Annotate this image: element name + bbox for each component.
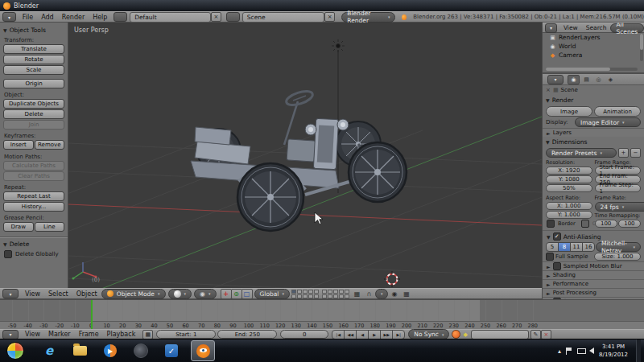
- outliner-menu-view[interactable]: View: [559, 24, 582, 31]
- viewport-shading-select[interactable]: ▾: [168, 289, 192, 299]
- auto-keyframe-record-button[interactable]: [452, 330, 460, 339]
- remove-keyframe-button[interactable]: Remove: [35, 140, 65, 150]
- action-center-flag-icon[interactable]: [566, 348, 572, 355]
- delete-button[interactable]: Delete: [3, 109, 64, 119]
- resolution-y-field[interactable]: Y: 1080: [546, 175, 592, 183]
- start-button[interactable]: [6, 342, 24, 360]
- pin-icon[interactable]: ×: [546, 87, 551, 93]
- timeline-editor-type-icon[interactable]: ▾: [2, 330, 19, 339]
- end-frame-field[interactable]: End: 250: [217, 330, 277, 339]
- layer-toggle[interactable]: [308, 294, 313, 298]
- pivot-point-select[interactable]: ◉▾: [194, 289, 217, 299]
- outliner-item-world[interactable]: ◉World: [543, 42, 644, 51]
- render-engine-select[interactable]: Blender Render▾: [341, 12, 395, 23]
- menu-file[interactable]: File: [19, 14, 37, 21]
- scene-unlink-button[interactable]: ×: [324, 12, 335, 22]
- taskbar-blender-active[interactable]: [191, 340, 215, 361]
- preset-add-button[interactable]: +: [618, 148, 629, 158]
- aa-samples-11[interactable]: 11: [570, 242, 583, 252]
- manipulator-translate-button[interactable]: +: [221, 289, 232, 299]
- interaction-mode-select[interactable]: Object Mode▾: [101, 289, 166, 299]
- timeline-band[interactable]: [0, 300, 644, 321]
- history-button[interactable]: History...: [3, 202, 64, 212]
- render-panel-header[interactable]: ▼ Render: [546, 97, 641, 104]
- grease-line-button[interactable]: Line: [35, 222, 65, 232]
- render-presets-select[interactable]: Render Presets▾: [546, 148, 617, 158]
- window-titlebar[interactable]: Blender: [0, 0, 644, 11]
- keying-set-field[interactable]: [471, 330, 529, 339]
- layer-toggle[interactable]: [328, 290, 332, 294]
- properties-tab-scene[interactable]: ▤: [581, 76, 592, 84]
- current-frame-indicator[interactable]: [91, 300, 93, 329]
- taskbar-media-player[interactable]: ▶: [99, 341, 122, 360]
- sampled-motion-blur-panel-header[interactable]: ► ✓ Sampled Motion Blur: [543, 261, 644, 270]
- menu-add[interactable]: Add: [37, 14, 58, 21]
- manipulator-scale-button[interactable]: □: [242, 289, 253, 299]
- layer-toggle[interactable]: [333, 294, 338, 298]
- layer-toggle[interactable]: [314, 294, 319, 298]
- screen-layout-icon[interactable]: [114, 12, 127, 22]
- viewport-menu-view[interactable]: View: [21, 290, 44, 298]
- layer-toggle[interactable]: [303, 290, 308, 294]
- timeline-menu-view[interactable]: View: [21, 331, 44, 338]
- scene-select[interactable]: Scene: [242, 12, 324, 23]
- volume-icon[interactable]: [589, 348, 594, 354]
- rotate-button[interactable]: Rotate: [3, 55, 64, 64]
- layer-toggle[interactable]: [333, 290, 338, 294]
- layer-toggle[interactable]: [291, 294, 296, 298]
- delete-panel-header[interactable]: ▼ Delete: [3, 241, 64, 248]
- outliner-filter-select[interactable]: All Scenes: [610, 23, 644, 33]
- layer-toggle[interactable]: [328, 294, 332, 298]
- border-checkbox[interactable]: ✓: [547, 220, 555, 228]
- dimensions-panel-header[interactable]: ▼Dimensions: [546, 138, 641, 146]
- transport-jump-end[interactable]: ▶|: [392, 330, 405, 339]
- properties-editor-type-icon[interactable]: ▾: [547, 75, 564, 84]
- insert-keyframe-icon[interactable]: ✎: [530, 330, 541, 339]
- layer-toggle[interactable]: [322, 294, 327, 298]
- manipulator-rotate-button[interactable]: ⊙: [231, 289, 242, 299]
- layer-toggle[interactable]: [303, 294, 308, 298]
- remap-new-field[interactable]: 100: [618, 220, 641, 228]
- outliner-item-camera[interactable]: ◆Camera: [543, 51, 644, 60]
- delete-globally-checkbox[interactable]: ✓ Delete Globally: [4, 250, 64, 258]
- taskbar-internet-explorer[interactable]: e: [38, 341, 60, 360]
- layer-toggle[interactable]: [345, 294, 349, 298]
- preset-remove-button[interactable]: −: [630, 148, 641, 158]
- snap-magnet-icon[interactable]: ∩: [364, 290, 374, 298]
- outliner-horizontal-scrollbar[interactable]: [546, 68, 638, 71]
- render-opengl-anim-icon[interactable]: ▦: [401, 290, 411, 298]
- insert-keyframe-button[interactable]: Insert: [3, 140, 34, 150]
- properties-tab-object[interactable]: ◈: [605, 76, 616, 84]
- repeat-last-button[interactable]: Repeat Last: [3, 191, 64, 201]
- show-desktop-button[interactable]: [636, 339, 641, 362]
- aa-filter-select[interactable]: Mitchell-Netrav▾: [596, 242, 641, 252]
- layer-toggle[interactable]: [314, 290, 319, 294]
- delete-keyframe-icon[interactable]: ×: [541, 330, 551, 339]
- menu-help[interactable]: Help: [89, 14, 111, 21]
- viewport-menu-object[interactable]: Object: [72, 290, 101, 298]
- timeline-menu-frame[interactable]: Frame: [75, 331, 103, 338]
- timeline-menu-playback[interactable]: Playback: [103, 331, 140, 338]
- taskbar-app-dark[interactable]: [130, 341, 152, 360]
- transport-prev-keyframe[interactable]: ◀◀: [344, 330, 357, 339]
- layer-toggle[interactable]: [322, 290, 327, 294]
- aa-samples-16[interactable]: 16: [582, 242, 595, 252]
- use-preview-range-button[interactable]: ▦: [142, 330, 153, 339]
- layer-toggle[interactable]: [339, 294, 344, 298]
- menu-render[interactable]: Render: [58, 14, 89, 21]
- start-frame-field[interactable]: Start: 1: [156, 330, 216, 339]
- aspect-x-field[interactable]: X: 1.000: [546, 202, 592, 210]
- layout-unlink-button[interactable]: ×: [211, 12, 221, 22]
- network-icon[interactable]: [577, 348, 584, 354]
- resolution-x-field[interactable]: X: 1920: [546, 167, 592, 175]
- render-image-button[interactable]: Image: [546, 106, 592, 117]
- lock-to-scene-icon[interactable]: ▦: [352, 290, 362, 298]
- transport-jump-start[interactable]: |◀: [332, 330, 345, 339]
- properties-tab-render[interactable]: ◉: [568, 75, 580, 84]
- layer-toggle[interactable]: [345, 290, 349, 294]
- frame-step-field[interactable]: Frame Step: 1: [595, 184, 642, 192]
- layer-toggle[interactable]: [339, 290, 344, 294]
- object-tools-panel-header[interactable]: ▼ Object Tools: [3, 27, 64, 34]
- layer-toggle[interactable]: [308, 290, 313, 294]
- taskbar-app-check[interactable]: ✓: [160, 341, 183, 360]
